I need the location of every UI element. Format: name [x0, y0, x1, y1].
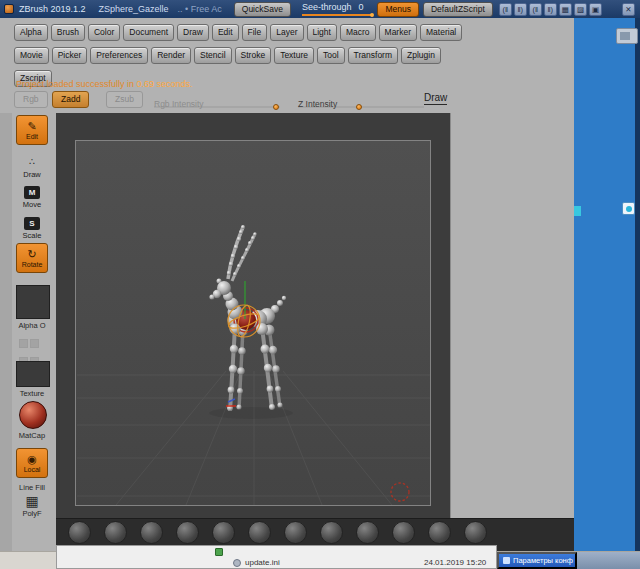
- titlebar-partial-text: .. • Free Ac: [178, 4, 222, 14]
- tray-close-right-icon[interactable]: ‖): [544, 3, 557, 16]
- app-icon: [4, 4, 14, 14]
- rotate-button[interactable]: ↻ Rotate: [16, 243, 48, 273]
- brush-thumbnail: [176, 521, 199, 544]
- right-tray: [450, 113, 574, 518]
- rotate-label: Rotate: [22, 261, 43, 268]
- status-text: Project loaded successfully in: [16, 79, 134, 89]
- brush-thumbnail: [428, 521, 451, 544]
- brush-thumbnail: [320, 521, 343, 544]
- tray-close-left-icon[interactable]: ‖): [514, 3, 527, 16]
- edit-button[interactable]: ✎ Edit: [16, 115, 48, 145]
- menu-stencil[interactable]: Stencil: [194, 47, 232, 64]
- left-edge-strip: [0, 113, 12, 551]
- menu-color[interactable]: Color: [88, 24, 120, 41]
- tray-open-left-icon[interactable]: (‖: [499, 3, 512, 16]
- menu-render[interactable]: Render: [151, 47, 191, 64]
- status-time: 0.69 seconds.: [137, 79, 193, 89]
- z-intensity-knob[interactable]: [356, 104, 362, 110]
- lock-icon[interactable]: ▣: [589, 3, 602, 16]
- scale-tool-label: Scale: [14, 231, 50, 240]
- desktop-background: [574, 18, 640, 551]
- draw-tool[interactable]: ∴ Draw: [14, 151, 50, 179]
- grid-icon[interactable]: ▦: [559, 3, 572, 16]
- scale-tool[interactable]: S Scale: [14, 212, 50, 240]
- menu-transform[interactable]: Transform: [348, 47, 398, 64]
- alpha-thumbnail[interactable]: [16, 285, 50, 319]
- texture-label: Texture: [12, 389, 52, 398]
- tray-open-right-icon[interactable]: (‖: [529, 3, 542, 16]
- rgb-intensity-knob[interactable]: [273, 104, 279, 110]
- menu-picker[interactable]: Picker: [52, 47, 88, 64]
- file-type-icon: [215, 548, 223, 556]
- brush-thumbnail: [68, 521, 91, 544]
- menu-draw[interactable]: Draw: [177, 24, 209, 41]
- menu-tool[interactable]: Tool: [317, 47, 345, 64]
- edit-label: Edit: [26, 133, 38, 140]
- rotate-icon: ↻: [27, 249, 36, 260]
- document-title: ZSphere_Gazelle: [99, 4, 169, 14]
- menu-edit[interactable]: Edit: [212, 24, 239, 41]
- file-date: 24.01.2019 15:20: [424, 558, 486, 567]
- menu-texture[interactable]: Texture: [274, 47, 314, 64]
- zbrush-window: ZBrush 2019.1.2 ZSphere_Gazelle .. • Fre…: [0, 0, 640, 569]
- local-button[interactable]: ◉ Local: [16, 448, 48, 478]
- move-tool[interactable]: M Move: [14, 181, 50, 209]
- polyframe-toggle[interactable]: ▦: [14, 492, 50, 510]
- titlebar: ZBrush 2019.1.2 ZSphere_Gazelle .. • Fre…: [0, 0, 640, 18]
- default-zscript-button[interactable]: DefaultZScript: [423, 2, 493, 17]
- palette-icon[interactable]: ▨: [574, 3, 587, 16]
- line-fill-label: Line Fill: [12, 483, 52, 492]
- menu-alpha[interactable]: Alpha: [14, 24, 48, 41]
- see-through-track[interactable]: [302, 14, 372, 16]
- ini-file-icon: [233, 559, 241, 567]
- close-icon[interactable]: ✕: [622, 3, 635, 16]
- explorer-row[interactable]: [215, 548, 223, 556]
- polyframe-grid-icon: ▦: [25, 493, 38, 509]
- menu-preferences[interactable]: Preferences: [90, 47, 148, 64]
- explorer-file-row[interactable]: update.ini: [233, 558, 280, 567]
- menu-macro[interactable]: Macro: [340, 24, 376, 41]
- see-through-label: See-through: [302, 2, 352, 12]
- explorer-window-fragment[interactable]: update.ini 24.01.2019 15:20: [56, 545, 497, 569]
- menu-marker[interactable]: Marker: [379, 24, 417, 41]
- taskbar-right-area: [577, 552, 640, 569]
- alpha-label: Alpha O: [12, 321, 52, 330]
- z-intensity-label: Z Intensity: [298, 99, 337, 109]
- texture-thumbnail[interactable]: [16, 361, 50, 387]
- menu-document[interactable]: Document: [123, 24, 174, 41]
- brush-thumbnail: [104, 521, 127, 544]
- menu-zplugin[interactable]: Zplugin: [401, 47, 441, 64]
- menus-button[interactable]: Menus: [377, 2, 419, 17]
- menu-stroke[interactable]: Stroke: [235, 47, 272, 64]
- rgb-button[interactable]: Rgb: [14, 91, 48, 108]
- see-through-slider[interactable]: See-through 0: [302, 2, 368, 16]
- zadd-button[interactable]: Zadd: [52, 91, 89, 108]
- draw-mode-label[interactable]: Draw: [424, 92, 447, 105]
- see-through-knob[interactable]: [370, 13, 374, 17]
- draw-dots-icon: ∴: [29, 156, 35, 167]
- quicksave-button[interactable]: QuickSave: [234, 2, 291, 17]
- matcap-sphere[interactable]: [19, 401, 47, 429]
- titlebar-tray-controls: (‖ ‖) (‖ ‖) ▦ ▨ ▣: [499, 3, 602, 16]
- desktop-icon[interactable]: [622, 202, 635, 215]
- z-intensity-slider[interactable]: Z Intensity: [298, 93, 424, 108]
- menu-brush[interactable]: Brush: [51, 24, 85, 41]
- document-area[interactable]: [75, 140, 431, 506]
- menu-movie[interactable]: Movie: [14, 47, 49, 64]
- viewport-canvas[interactable]: [56, 113, 450, 518]
- menu-material[interactable]: Material: [420, 24, 462, 41]
- menu-light[interactable]: Light: [307, 24, 337, 41]
- task-icon: [503, 557, 510, 564]
- stroke-icon: [19, 339, 28, 348]
- app-title: ZBrush 2019.1.2: [19, 4, 86, 14]
- brush-thumbnail: [284, 521, 307, 544]
- zsub-button[interactable]: Zsub: [106, 91, 143, 108]
- menu-file[interactable]: File: [242, 24, 268, 41]
- taskbar-task-button[interactable]: Параметры конф: [497, 552, 577, 569]
- brush-thumbnail: [392, 521, 415, 544]
- rgb-intensity-slider[interactable]: Rgb Intensity: [154, 93, 280, 108]
- desktop-icon[interactable]: [616, 28, 638, 44]
- desktop-icon-fragment: [574, 206, 581, 216]
- menu-layer[interactable]: Layer: [270, 24, 303, 41]
- status-message: Project loaded successfully in 0.69 seco…: [16, 79, 193, 89]
